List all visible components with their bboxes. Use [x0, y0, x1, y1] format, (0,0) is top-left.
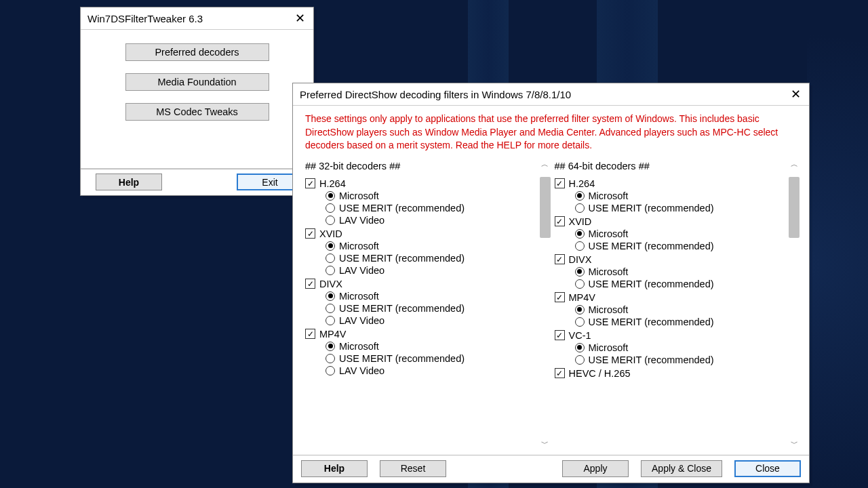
- codec-label: H.264: [319, 178, 346, 189]
- codec-checkbox[interactable]: [555, 292, 565, 302]
- codec-options: MicrosoftUSE MERIT (recommended)LAV Vide…: [326, 341, 544, 376]
- ms-codec-tweaks-button[interactable]: MS Codec Tweaks: [125, 103, 269, 121]
- option-radio[interactable]: [575, 317, 585, 327]
- codec-option: Microsoft: [326, 190, 544, 201]
- window-footer: Help Exit: [81, 169, 313, 192]
- codec-label: XVID: [569, 216, 592, 227]
- option-radio[interactable]: [326, 354, 335, 363]
- codec-options: MicrosoftUSE MERIT (recommended): [575, 304, 793, 327]
- codec-option: Microsoft: [575, 266, 793, 277]
- titlebar[interactable]: Preferred DirectShow decoding filters in…: [293, 83, 809, 105]
- warning-text: These settings only apply to application…: [305, 113, 797, 152]
- codec-checkbox[interactable]: [555, 216, 565, 226]
- option-label: Microsoft: [589, 228, 629, 239]
- codec-options: MicrosoftUSE MERIT (recommended)LAV Vide…: [326, 291, 544, 326]
- codec-list-64: H.264MicrosoftUSE MERIT (recommended)XVI…: [555, 178, 793, 379]
- option-label: LAV Video: [339, 215, 384, 226]
- codec-option: Microsoft: [575, 228, 793, 239]
- option-radio[interactable]: [575, 241, 585, 251]
- option-label: USE MERIT (recommended): [589, 241, 714, 251]
- close-icon[interactable]: ✕: [782, 83, 809, 105]
- codec-checkbox[interactable]: [555, 330, 565, 340]
- codec-checkbox[interactable]: [305, 329, 315, 339]
- codec-checkbox[interactable]: [305, 178, 315, 188]
- codec-checkbox[interactable]: [305, 228, 315, 239]
- codec-option: USE MERIT (recommended): [575, 241, 793, 251]
- scroll-down-icon[interactable]: ﹀: [789, 439, 800, 449]
- codec-name-row: H.264: [555, 178, 793, 189]
- 64bit-column: ︿ ﹀ ## 64-bit decoders ## H.264Microsoft…: [555, 159, 797, 451]
- codec-name-row: HEVC / H.265: [555, 368, 793, 379]
- option-radio[interactable]: [326, 266, 335, 275]
- codec-label: HEVC / H.265: [569, 368, 631, 379]
- preferred-decoders-button[interactable]: Preferred decoders: [125, 43, 269, 61]
- help-button[interactable]: Help: [301, 460, 368, 477]
- option-radio[interactable]: [326, 253, 335, 263]
- codec-option: USE MERIT (recommended): [575, 354, 793, 365]
- option-radio[interactable]: [575, 279, 585, 289]
- media-foundation-button[interactable]: Media Foundation: [125, 73, 269, 91]
- scroll-thumb[interactable]: [540, 177, 551, 238]
- option-radio[interactable]: [575, 229, 585, 239]
- option-label: LAV Video: [339, 315, 384, 326]
- option-radio[interactable]: [326, 291, 335, 301]
- scroll-up-icon[interactable]: ︿: [540, 159, 551, 169]
- scroll-down-icon[interactable]: ﹀: [540, 439, 551, 449]
- option-radio[interactable]: [575, 267, 585, 277]
- codec-option: LAV Video: [326, 215, 544, 226]
- codec-option: USE MERIT (recommended): [326, 353, 544, 364]
- option-label: Microsoft: [339, 241, 379, 251]
- option-label: LAV Video: [339, 365, 384, 376]
- option-label: Microsoft: [339, 341, 379, 352]
- codec-checkbox[interactable]: [555, 368, 565, 378]
- codec-options: MicrosoftUSE MERIT (recommended): [575, 190, 793, 214]
- codec-item: XVIDMicrosoftUSE MERIT (recommended)LAV …: [305, 228, 544, 276]
- option-radio[interactable]: [575, 191, 585, 201]
- scroll-up-icon[interactable]: ︿: [789, 159, 800, 169]
- codec-options: MicrosoftUSE MERIT (recommended): [575, 266, 793, 289]
- option-radio[interactable]: [326, 216, 335, 225]
- titlebar[interactable]: Win7DSFilterTweaker 6.3 ✕: [81, 7, 313, 29]
- option-radio[interactable]: [326, 342, 335, 351]
- codec-checkbox[interactable]: [555, 254, 565, 264]
- option-radio[interactable]: [326, 191, 335, 201]
- codec-name-row: DIVX: [305, 279, 544, 289]
- apply-button[interactable]: Apply: [562, 460, 629, 477]
- option-radio[interactable]: [575, 203, 585, 213]
- option-radio[interactable]: [326, 241, 335, 251]
- codec-option: Microsoft: [326, 291, 544, 302]
- codec-option: Microsoft: [326, 341, 544, 352]
- codec-item: H.264MicrosoftUSE MERIT (recommended): [555, 178, 793, 214]
- option-label: USE MERIT (recommended): [339, 303, 465, 314]
- codec-options: MicrosoftUSE MERIT (recommended)LAV Vide…: [326, 190, 544, 226]
- codec-label: MP4V: [319, 329, 347, 340]
- reset-button[interactable]: Reset: [380, 460, 446, 477]
- preferred-decoders-window: Preferred DirectShow decoding filters in…: [292, 83, 810, 483]
- codec-name-row: H.264: [305, 178, 544, 189]
- codec-checkbox[interactable]: [555, 178, 565, 188]
- bg-decor: [807, 0, 868, 488]
- codec-label: XVID: [319, 228, 342, 239]
- option-radio[interactable]: [326, 203, 335, 213]
- codec-options: MicrosoftUSE MERIT (recommended)LAV Vide…: [326, 241, 544, 276]
- scroll-thumb[interactable]: [789, 177, 800, 238]
- option-radio[interactable]: [575, 355, 585, 365]
- option-radio[interactable]: [575, 305, 585, 314]
- option-radio[interactable]: [326, 366, 335, 375]
- codec-options: MicrosoftUSE MERIT (recommended): [575, 342, 793, 365]
- codec-option: USE MERIT (recommended): [575, 203, 793, 214]
- option-radio[interactable]: [575, 343, 585, 352]
- help-button[interactable]: Help: [96, 174, 162, 190]
- codec-name-row: XVID: [305, 228, 544, 239]
- option-radio[interactable]: [326, 304, 335, 313]
- option-radio[interactable]: [326, 316, 335, 325]
- codec-checkbox[interactable]: [305, 279, 315, 289]
- close-button[interactable]: Close: [734, 460, 801, 477]
- codec-name-row: MP4V: [555, 292, 793, 303]
- codec-item: MP4VMicrosoftUSE MERIT (recommended): [555, 292, 793, 327]
- codec-option: LAV Video: [326, 265, 544, 276]
- apply-close-button[interactable]: Apply & Close: [641, 460, 722, 477]
- close-icon[interactable]: ✕: [286, 7, 313, 29]
- option-label: USE MERIT (recommended): [339, 203, 465, 214]
- codec-label: DIVX: [319, 279, 342, 289]
